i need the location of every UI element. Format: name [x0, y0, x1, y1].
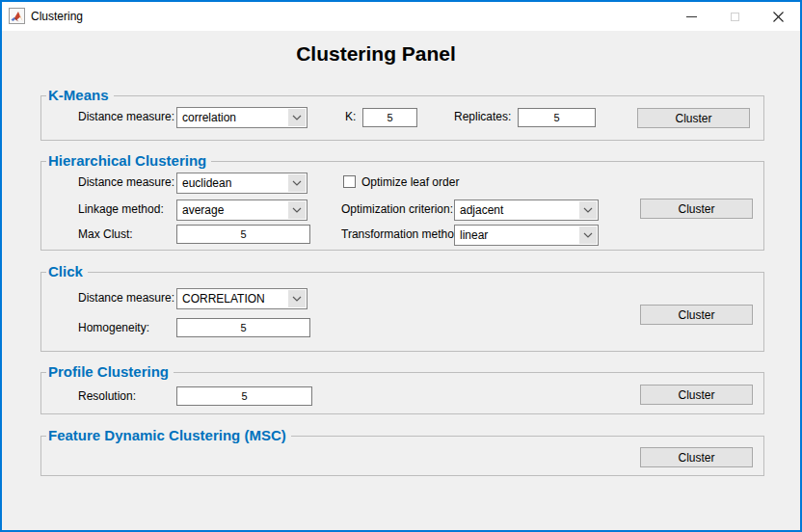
click-section-title: Click	[46, 264, 88, 279]
chevron-down-icon	[288, 290, 306, 307]
transformation-method-label: Transformation method:	[341, 227, 464, 241]
profile-section-title: Profile Clustering	[46, 364, 174, 380]
chevron-down-icon	[288, 174, 306, 192]
hierarchical-section: Hierarchical Clustering Distance measure…	[40, 161, 764, 251]
close-button[interactable]	[757, 2, 800, 31]
click-cluster-button[interactable]: Cluster	[640, 305, 753, 325]
minimize-button[interactable]	[670, 2, 713, 31]
clustering-window: Clustering Clustering Panel K-Means Dist…	[0, 0, 802, 532]
max-clust-field[interactable]	[176, 225, 310, 244]
optimization-criterion-label: Optimization criterion:	[341, 202, 453, 216]
clustering-panel: Clustering Panel K-Means Distance measur…	[2, 31, 800, 530]
linkage-method-label: Linkage method:	[78, 202, 164, 216]
homogeneity-label: Homogeneity:	[78, 321, 149, 334]
feature-section: Feature Dynamic Clustering (MSC) Cluster	[40, 436, 764, 476]
resolution-label: Resolution:	[78, 389, 136, 403]
title-bar[interactable]: Clustering	[2, 2, 800, 31]
transformation-method-value: linear	[460, 226, 578, 245]
chevron-down-icon	[579, 226, 597, 244]
optimization-criterion-value: adjacent	[460, 200, 578, 220]
kmeans-section-title: K-Means	[46, 88, 114, 103]
hierarchical-distance-label: Distance measure:	[78, 175, 174, 189]
optimize-leaf-order-checkbox[interactable]	[343, 175, 356, 188]
hierarchical-distance-value: euclidean	[182, 173, 287, 193]
window-title: Clustering	[31, 10, 83, 23]
transformation-method-dropdown[interactable]: linear	[454, 225, 599, 246]
linkage-method-dropdown[interactable]: average	[176, 200, 307, 221]
minimize-icon	[686, 16, 697, 17]
profile-cluster-button[interactable]: Cluster	[640, 385, 753, 405]
max-clust-label: Max Clust:	[78, 227, 133, 241]
kmeans-distance-dropdown[interactable]: correlation	[176, 107, 307, 128]
hierarchical-section-title: Hierarchical Clustering	[46, 153, 211, 169]
kmeans-replicates-field[interactable]	[518, 108, 596, 127]
matlab-logo-icon	[9, 8, 25, 24]
hierarchical-cluster-button[interactable]: Cluster	[640, 199, 753, 219]
feature-cluster-button[interactable]: Cluster	[640, 447, 753, 467]
click-distance-label: Distance measure:	[78, 291, 174, 305]
profile-section: Profile Clustering Resolution: Cluster	[40, 372, 764, 414]
feature-section-title: Feature Dynamic Clustering (MSC)	[46, 428, 291, 443]
kmeans-cluster-button[interactable]: Cluster	[637, 108, 750, 128]
optimization-criterion-dropdown[interactable]: adjacent	[454, 200, 599, 221]
chevron-down-icon	[288, 109, 306, 126]
chevron-down-icon	[579, 201, 597, 219]
maximize-button	[713, 2, 757, 31]
optimize-leaf-order-label: Optimize leaf order	[361, 175, 459, 189]
kmeans-k-label: K:	[345, 110, 356, 123]
hierarchical-distance-dropdown[interactable]: euclidean	[176, 173, 307, 194]
resolution-field[interactable]	[176, 386, 312, 406]
kmeans-section: K-Means Distance measure: correlation K:…	[40, 95, 764, 141]
click-distance-value: CORRELATION	[182, 289, 287, 308]
close-icon	[773, 12, 784, 22]
chevron-down-icon	[288, 201, 306, 219]
kmeans-replicates-label: Replicates:	[454, 110, 511, 123]
click-section: Click Distance measure: CORRELATION Homo…	[40, 272, 764, 352]
page-title: Clustering Panel	[2, 42, 750, 66]
maximize-icon	[731, 13, 739, 21]
homogeneity-field[interactable]	[176, 318, 310, 337]
kmeans-k-field[interactable]	[362, 108, 417, 127]
kmeans-distance-label: Distance measure:	[78, 110, 174, 123]
kmeans-distance-value: correlation	[182, 108, 287, 127]
click-distance-dropdown[interactable]: CORRELATION	[176, 288, 307, 309]
linkage-method-value: average	[182, 200, 287, 220]
